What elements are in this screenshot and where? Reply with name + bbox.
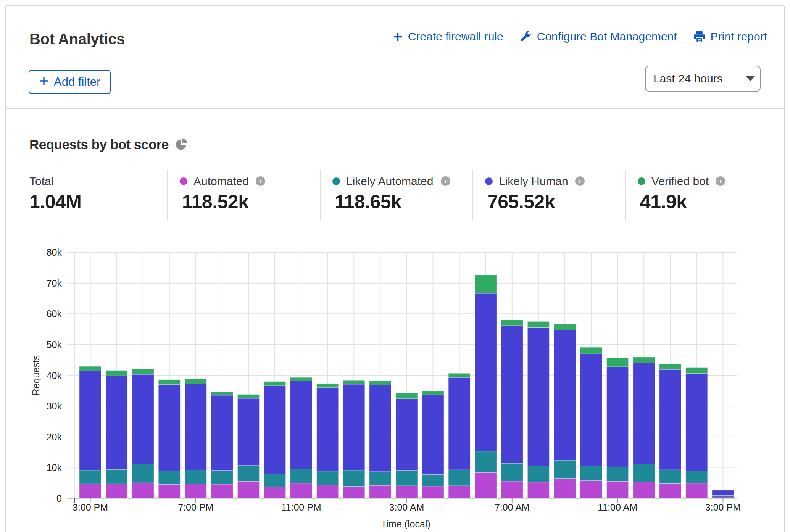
bar-segment-automated[interactable] bbox=[106, 484, 127, 498]
bar[interactable] bbox=[686, 368, 708, 498]
bar-segment-likely-automated[interactable] bbox=[554, 460, 576, 479]
bar-segment-likely-automated[interactable] bbox=[106, 469, 127, 484]
bar-segment-likely-human[interactable] bbox=[396, 399, 418, 471]
bar[interactable] bbox=[607, 358, 629, 498]
bar-segment-likely-automated[interactable] bbox=[686, 471, 708, 483]
bar-segment-likely-automated[interactable] bbox=[185, 470, 206, 484]
bar[interactable] bbox=[422, 391, 444, 498]
bar-segment-likely-automated[interactable] bbox=[607, 467, 629, 481]
bar-segment-likely-automated[interactable] bbox=[659, 470, 681, 483]
bar-segment-automated[interactable] bbox=[712, 497, 734, 498]
bar-segment-verified-bot[interactable] bbox=[343, 380, 365, 384]
bar-segment-verified-bot[interactable] bbox=[580, 347, 602, 354]
bar[interactable] bbox=[580, 347, 602, 498]
bar-segment-likely-human[interactable] bbox=[527, 328, 549, 466]
bar-segment-likely-automated[interactable] bbox=[317, 471, 339, 485]
bar[interactable] bbox=[633, 357, 655, 498]
bar[interactable] bbox=[501, 320, 523, 498]
bar-segment-automated[interactable] bbox=[343, 487, 365, 498]
bar-segment-likely-automated[interactable] bbox=[211, 471, 233, 484]
bar-segment-automated[interactable] bbox=[686, 483, 708, 498]
bar-segment-likely-automated[interactable] bbox=[633, 464, 655, 482]
bar-segment-automated[interactable] bbox=[607, 481, 629, 498]
bar-segment-likely-human[interactable] bbox=[448, 377, 470, 470]
bar-segment-likely-human[interactable] bbox=[79, 371, 101, 470]
bar-segment-automated[interactable] bbox=[290, 483, 312, 498]
bar-segment-verified-bot[interactable] bbox=[369, 381, 391, 385]
bar-segment-verified-bot[interactable] bbox=[237, 394, 259, 398]
bar-segment-automated[interactable] bbox=[554, 479, 576, 498]
bar-segment-likely-human[interactable] bbox=[659, 369, 681, 470]
bar-segment-likely-automated[interactable] bbox=[422, 475, 444, 486]
bar-segment-verified-bot[interactable] bbox=[264, 382, 286, 386]
bar-segment-likely-human[interactable] bbox=[712, 490, 734, 496]
bar-segment-likely-human[interactable] bbox=[237, 398, 259, 466]
bar-segment-verified-bot[interactable] bbox=[396, 393, 418, 398]
bar-segment-likely-automated[interactable] bbox=[237, 466, 259, 482]
bar-segment-likely-human[interactable] bbox=[607, 367, 629, 467]
bar-segment-verified-bot[interactable] bbox=[686, 368, 708, 374]
bar-segment-automated[interactable] bbox=[580, 481, 602, 498]
bar-segment-automated[interactable] bbox=[317, 485, 339, 498]
bar-segment-verified-bot[interactable] bbox=[712, 490, 734, 490]
bar-segment-automated[interactable] bbox=[79, 484, 101, 498]
bar[interactable] bbox=[527, 321, 549, 498]
bar-segment-verified-bot[interactable] bbox=[475, 275, 497, 293]
bar-segment-automated[interactable] bbox=[501, 481, 523, 498]
bar-segment-likely-human[interactable] bbox=[501, 326, 523, 463]
bar-segment-likely-automated[interactable] bbox=[448, 470, 470, 486]
bar-segment-likely-human[interactable] bbox=[132, 374, 154, 464]
bar-segment-automated[interactable] bbox=[633, 482, 655, 498]
bar-segment-likely-human[interactable] bbox=[106, 376, 127, 469]
bar-segment-automated[interactable] bbox=[132, 483, 154, 498]
bar-segment-likely-human[interactable] bbox=[686, 374, 708, 471]
bar-segment-verified-bot[interactable] bbox=[633, 357, 655, 363]
bar-segment-likely-human[interactable] bbox=[185, 384, 206, 470]
bar-segment-likely-human[interactable] bbox=[554, 330, 576, 460]
bar-segment-likely-human[interactable] bbox=[422, 395, 444, 474]
bar-segment-likely-automated[interactable] bbox=[132, 464, 154, 483]
bar-segment-likely-automated[interactable] bbox=[475, 451, 497, 473]
bar-segment-likely-human[interactable] bbox=[580, 354, 602, 466]
bar-segment-likely-automated[interactable] bbox=[396, 471, 418, 486]
bar-segment-automated[interactable] bbox=[185, 484, 206, 498]
bar-segment-verified-bot[interactable] bbox=[501, 320, 523, 326]
bar-segment-likely-automated[interactable] bbox=[158, 471, 180, 484]
bar-segment-likely-automated[interactable] bbox=[79, 470, 101, 484]
bar[interactable] bbox=[132, 369, 154, 498]
bar[interactable] bbox=[396, 393, 418, 498]
bar-segment-likely-human[interactable] bbox=[369, 385, 391, 471]
bar-segment-verified-bot[interactable] bbox=[554, 324, 576, 330]
bar[interactable] bbox=[211, 392, 233, 498]
bar[interactable] bbox=[158, 380, 180, 498]
requests-by-bot-score-chart[interactable]: 010k20k30k40k50k60k70k80k3:00 PM7:00 PM1… bbox=[0, 0, 790, 532]
bar-segment-likely-human[interactable] bbox=[317, 388, 339, 471]
bar-segment-verified-bot[interactable] bbox=[659, 364, 681, 370]
bar[interactable] bbox=[237, 394, 259, 498]
bar[interactable] bbox=[79, 366, 101, 498]
bar-segment-automated[interactable] bbox=[396, 486, 418, 498]
bar[interactable] bbox=[185, 379, 206, 498]
bar[interactable] bbox=[106, 371, 127, 498]
bar-segment-likely-automated[interactable] bbox=[501, 463, 523, 481]
bar-segment-verified-bot[interactable] bbox=[607, 358, 629, 367]
bar-segment-likely-automated[interactable] bbox=[369, 472, 391, 485]
bar-segment-likely-automated[interactable] bbox=[580, 466, 602, 481]
bar-segment-automated[interactable] bbox=[659, 483, 681, 498]
bar-segment-verified-bot[interactable] bbox=[290, 377, 312, 381]
bar-segment-automated[interactable] bbox=[475, 472, 497, 498]
bar-segment-likely-human[interactable] bbox=[475, 293, 497, 451]
bar[interactable] bbox=[475, 275, 497, 498]
bar-segment-likely-automated[interactable] bbox=[264, 474, 286, 487]
bar-segment-automated[interactable] bbox=[527, 482, 549, 498]
bar-segment-automated[interactable] bbox=[264, 487, 286, 498]
bar-segment-verified-bot[interactable] bbox=[132, 369, 154, 374]
bar-segment-likely-automated[interactable] bbox=[527, 466, 549, 482]
bar-segment-likely-human[interactable] bbox=[290, 381, 312, 469]
bar-segment-verified-bot[interactable] bbox=[158, 380, 180, 385]
bar[interactable] bbox=[659, 364, 681, 498]
bar-segment-verified-bot[interactable] bbox=[79, 366, 101, 371]
bar-segment-verified-bot[interactable] bbox=[317, 384, 339, 388]
bar-segment-automated[interactable] bbox=[422, 486, 444, 498]
bar[interactable] bbox=[264, 382, 286, 498]
